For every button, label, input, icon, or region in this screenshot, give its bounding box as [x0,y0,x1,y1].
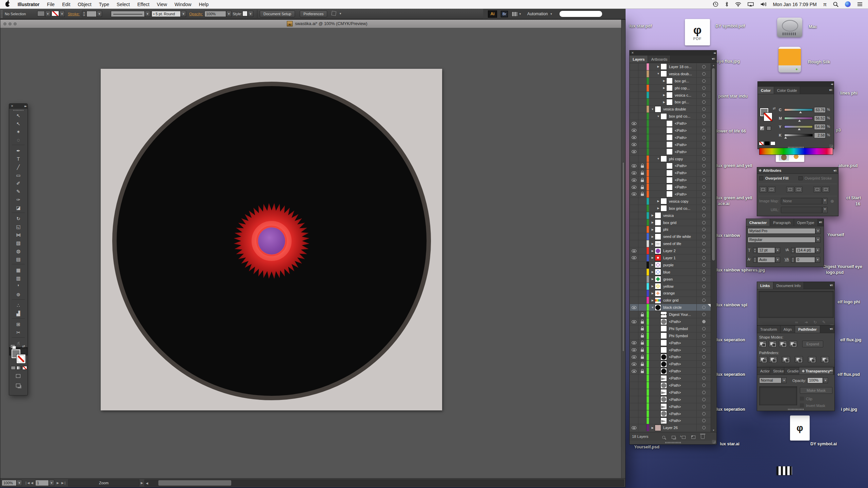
channel-value-field[interactable]: 63.76 [814,107,826,113]
slider-thumb-icon[interactable] [784,137,787,139]
menu-effect[interactable]: Effect [134,0,153,9]
shape-builder-tool[interactable]: ◍ [9,247,27,255]
blend-mode-select[interactable]: Normal [759,378,782,383]
layer-row[interactable]: <Path> [630,141,711,148]
layer-thumbnail[interactable] [666,177,673,183]
image-map-select[interactable]: None [781,198,822,204]
layer-name[interactable]: box gri... [675,79,689,83]
desktop-file-label[interactable]: point star indu [718,94,748,99]
menu-edit[interactable]: Edit [58,0,74,9]
ai-file-icon[interactable]: φ [790,415,810,441]
target-column[interactable] [696,311,711,318]
expand-toggle[interactable]: ▶ [650,228,655,231]
layer-thumbnail[interactable] [660,198,667,204]
window-zoom-button[interactable] [14,22,17,25]
layer-thumbnail[interactable] [660,113,667,120]
eyedropper-tool[interactable]: ❜ [9,282,27,290]
layer-row[interactable]: <Path> [630,418,711,425]
desktop-file-label[interactable]: DY symbol.pdf [715,24,745,28]
overprint-fill-checkbox[interactable] [759,176,763,180]
fill-color-swatch[interactable] [37,11,45,16]
layer-thumbnail[interactable] [655,219,661,226]
target-icon[interactable] [702,94,706,97]
crop-button[interactable] [795,356,803,363]
layer-thumbnail[interactable] [655,276,661,282]
layer-row[interactable]: ▼ vesica doub... [630,70,711,78]
target-icon[interactable] [702,285,706,288]
layer-thumbnail[interactable] [655,262,661,268]
font-size-field[interactable]: 12 pt [757,247,775,253]
layer-name[interactable]: <Path> [675,150,687,154]
layer-name[interactable]: color grid [663,298,678,302]
symbol-sprayer-tool[interactable]: ∴ [9,301,27,309]
panel-corner-grip[interactable] [712,440,716,444]
visibility-toggle[interactable] [630,99,638,105]
layer-name[interactable]: Phi Symbol [669,327,688,331]
attributes-panel-title[interactable]: Attributes ▾≡ [757,167,838,174]
layer-thumbnail[interactable] [666,99,673,105]
target-icon[interactable] [702,136,706,139]
lock-toggle[interactable] [638,410,647,417]
layer-thumbnail[interactable] [655,425,661,431]
go-to-link-icon[interactable]: ➔ [805,320,808,325]
visibility-toggle[interactable] [630,85,638,92]
layer-row[interactable]: <Path> [630,382,711,389]
layer-name[interactable]: <Path> [669,390,681,394]
layer-thumbnail[interactable] [666,92,673,98]
target-column[interactable] [696,403,711,410]
visibility-toggle[interactable] [630,396,638,403]
slider-thumb-icon[interactable] [798,120,801,122]
lock-toggle[interactable] [638,269,647,276]
target-icon[interactable] [702,398,706,401]
style-dropdown[interactable]: ▼ [248,11,253,17]
target-icon[interactable] [702,270,706,274]
lock-toggle[interactable] [638,332,647,339]
siri-icon[interactable] [845,1,851,7]
expand-toggle[interactable]: ▶ [650,278,655,281]
preferences-button[interactable]: Preferences [300,11,327,17]
expand-toggle[interactable]: ▶ [650,214,655,217]
layer-row[interactable]: ▶ color grid [630,297,711,304]
layer-row[interactable]: <Path> [630,162,711,169]
scroll-left-arrow[interactable]: ◀ [146,480,148,486]
visibility-toggle[interactable] [630,226,638,233]
layer-row[interactable]: <Path> [630,191,711,198]
desktop-file-label[interactable]: elf flux.psd [837,372,860,377]
width-profile-dropdown[interactable]: ▼ [145,11,150,17]
arrange-documents-icon[interactable]: ▼ [512,12,521,17]
width-profile-field[interactable] [111,11,145,17]
lasso-tool[interactable]: ◌ [9,136,27,144]
layer-row[interactable]: <Path> [630,375,711,382]
lock-toggle[interactable] [638,148,647,155]
layer-name[interactable]: Layer 26 [663,426,678,430]
target-icon[interactable] [702,291,706,295]
layer-thumbnail[interactable] [660,418,667,424]
channel-slider[interactable] [784,108,813,111]
layer-thumbnail[interactable] [666,141,673,148]
lock-toggle[interactable] [638,191,647,198]
target-icon[interactable] [702,115,706,118]
tools-panel-header[interactable]: ✕ ▸▸ [9,104,27,109]
divide-button[interactable] [759,356,767,363]
kerning-field[interactable]: Auto [757,257,775,263]
first-artboard-button[interactable]: ❘◀ [25,480,29,486]
expand-toggle[interactable]: ▶ [662,101,666,104]
layer-thumbnail[interactable] [666,191,673,197]
cmyk-spectrum-bar[interactable] [759,148,833,155]
layer-row[interactable]: <Path> [630,184,711,191]
visibility-toggle[interactable] [630,389,638,396]
tracking-dropdown[interactable]: ▼ [815,257,820,263]
layer-row[interactable]: ▼ vesica double [630,106,711,113]
tab-align[interactable]: Align [781,326,795,333]
expand-toggle[interactable]: ▼ [656,72,660,75]
perspective-grid-tool[interactable]: ▤ [9,255,27,263]
lock-toggle[interactable] [638,361,647,367]
visibility-toggle[interactable] [630,240,638,247]
visibility-toggle[interactable] [630,177,638,183]
panel-corner-grip[interactable] [829,144,833,148]
visibility-toggle[interactable] [630,141,638,148]
make-mask-button[interactable]: Make Mask [800,387,832,394]
desktop-file-label[interactable]: DY symbol.ai [810,442,837,446]
target-icon[interactable] [702,313,706,316]
target-icon[interactable] [702,278,706,281]
